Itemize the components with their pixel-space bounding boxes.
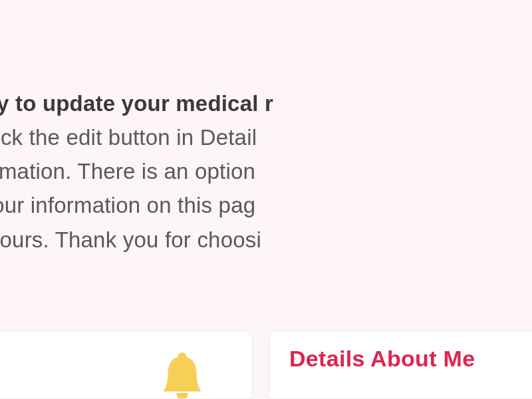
bell-icon bbox=[159, 350, 205, 399]
cards-row: Details About Me bbox=[0, 331, 532, 399]
details-about-me-card[interactable]: Details About Me bbox=[269, 331, 532, 399]
intro-line-2-rest: Please click the edit button in Detail bbox=[0, 125, 257, 150]
intro-line-5: al record within 24 hours. Thank you for… bbox=[0, 223, 532, 257]
intro-line-1-bold: you the opportunity to update your medic… bbox=[0, 91, 273, 116]
page-root: you the opportunity to update your medic… bbox=[0, 0, 532, 399]
intro-line-2: r identity. Please click the edit button… bbox=[0, 120, 532, 154]
intro-line-4: on. Once you edit your information on th… bbox=[0, 188, 532, 222]
intro-line-1: you the opportunity to update your medic… bbox=[0, 86, 532, 120]
details-about-me-title: Details About Me bbox=[289, 346, 532, 372]
intro-line-3: vide any of this information. There is a… bbox=[0, 154, 532, 188]
intro-message: you the opportunity to update your medic… bbox=[0, 86, 532, 257]
left-card bbox=[0, 331, 253, 399]
